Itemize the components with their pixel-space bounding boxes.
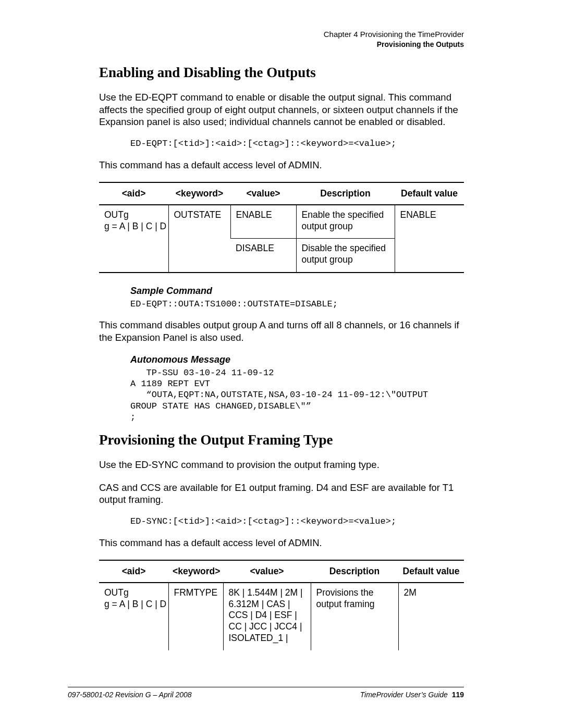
content: Enabling and Disabling the Outputs Use t…: [99, 65, 464, 650]
col-default: Default value: [398, 560, 464, 583]
col-description: Description: [311, 560, 398, 583]
col-aid: <aid>: [99, 182, 168, 205]
footer-revision: 097-58001-02 Revision G – April 2008: [68, 690, 192, 699]
autonomous-message-heading: Autonomous Message: [130, 354, 464, 365]
section-heading: Enabling and Disabling the Outputs: [99, 65, 464, 81]
parameter-table: <aid> <keyword> <value> Description Defa…: [99, 560, 464, 650]
header-chapter: Chapter 4 Provisioning the TimeProvider: [324, 29, 464, 40]
sample-command-heading: Sample Command: [130, 286, 464, 297]
body-text: CAS and CCS are available for E1 output …: [99, 482, 464, 506]
sample-command-code: ED-EQPT::OUTA:TS1000::OUTSTATE=DISABLE;: [130, 299, 464, 310]
cell-text: DISABLE: [230, 239, 296, 273]
command-syntax: ED-SYNC:[<tid>]:<aid>:[<ctag>]::<keyword…: [130, 516, 464, 526]
table-header-row: <aid> <keyword> <value> Description Defa…: [99, 560, 464, 583]
cell-text: OUTg: [104, 587, 129, 598]
header-section: Provisioning the Outputs: [324, 40, 464, 49]
footer-title-page: TimeProvider User’s Guide 119: [360, 690, 464, 699]
parameter-table: <aid> <keyword> <value> Description Defa…: [99, 182, 464, 274]
table-header-row: <aid> <keyword> <value> Description Defa…: [99, 182, 464, 205]
cell-text: ENABLE: [395, 205, 464, 273]
col-keyword: <keyword>: [168, 560, 223, 583]
cell-text: Provisions the output framing: [311, 583, 398, 650]
cell-text: g = A | B | C | D: [104, 599, 166, 609]
col-aid: <aid>: [99, 560, 168, 583]
cell-text: 8K | 1.544M | 2M | 6.312M | CAS | CCS | …: [223, 583, 311, 650]
table-row: OUTg g = A | B | C | D OUTSTATE ENABLE E…: [99, 205, 464, 239]
cell-text: OUTSTATE: [168, 205, 230, 273]
col-value: <value>: [230, 182, 296, 205]
cell-text: Disable the specified output group: [296, 239, 395, 273]
body-text: This command has a default access level …: [99, 159, 464, 171]
autonomous-message-code: TP-SSU 03-10-24 11-09-12 A 1189 REPT EVT…: [130, 367, 464, 423]
cell-text: OUTg: [104, 209, 129, 220]
body-text: Use the ED-SYNC command to provision the…: [99, 459, 464, 471]
cell-text: Enable the specified output group: [296, 205, 395, 239]
body-text: This command has a default access level …: [99, 537, 464, 549]
cell-text: ENABLE: [230, 205, 296, 239]
body-text: This command disables output group A and…: [99, 319, 464, 343]
cell-text: 2M: [398, 583, 464, 650]
col-keyword: <keyword>: [168, 182, 230, 205]
footer-title: TimeProvider User’s Guide: [360, 690, 448, 699]
page-footer: 097-58001-02 Revision G – April 2008 Tim…: [68, 687, 464, 699]
table-row: OUTg g = A | B | C | D FRMTYPE 8K | 1.54…: [99, 583, 464, 650]
page-number: 119: [452, 690, 464, 699]
col-value: <value>: [223, 560, 311, 583]
cell-text: g = A | B | C | D: [104, 221, 166, 231]
command-syntax: ED-EQPT:[<tid>]:<aid>:[<ctag>]::<keyword…: [130, 139, 464, 149]
page: Chapter 4 Provisioning the TimeProvider …: [0, 0, 563, 728]
col-default: Default value: [395, 182, 464, 205]
running-header: Chapter 4 Provisioning the TimeProvider …: [324, 29, 464, 49]
body-text: Use the ED-EQPT command to enable or dis…: [99, 91, 464, 128]
cell-text: FRMTYPE: [168, 583, 223, 650]
section-heading: Provisioning the Output Framing Type: [99, 432, 464, 448]
col-description: Description: [296, 182, 395, 205]
